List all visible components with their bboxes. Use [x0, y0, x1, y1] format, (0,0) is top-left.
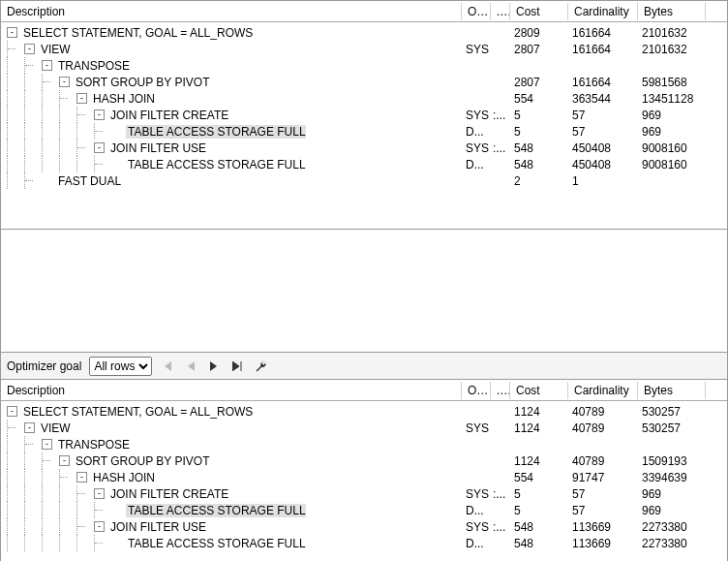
- column-header-row: Description O... ... Cost Cardinality By…: [1, 1, 727, 22]
- plan-row-label: JOIN FILTER USE: [108, 141, 206, 155]
- col-cardinality[interactable]: Cardinality: [568, 382, 638, 399]
- plan-row[interactable]: -VIEWSYS28071616642101632: [1, 41, 727, 57]
- tree-toggle[interactable]: -: [24, 44, 35, 54]
- plan-bytes: 5981568: [638, 76, 706, 89]
- col-cardinality[interactable]: Cardinality: [568, 3, 638, 20]
- plan-cardinality: 40789: [568, 421, 638, 435]
- col-description[interactable]: Description: [1, 382, 462, 399]
- gap-area: [0, 230, 728, 352]
- plan-cost: 548: [510, 520, 568, 534]
- plan-bytes: 2273380: [638, 520, 706, 534]
- plan-cardinality: 1: [568, 174, 638, 188]
- tree-toggle[interactable]: -: [94, 521, 105, 532]
- col-owner[interactable]: O...: [462, 382, 491, 399]
- plan-bytes: 969: [638, 504, 706, 517]
- plan-row[interactable]: -JOIN FILTER USESYS:...5481136692273380: [1, 518, 727, 535]
- plan-bytes: 2101632: [638, 43, 706, 56]
- plan-cardinality: 161664: [568, 26, 638, 40]
- plan-row[interactable]: -HASH JOIN554917473394639: [1, 469, 727, 485]
- plan-row-label: TABLE ACCESS STORAGE FULL: [126, 537, 306, 550]
- plan-row[interactable]: -JOIN FILTER CREATESYS:...557969: [1, 485, 727, 502]
- last-button[interactable]: [229, 358, 245, 374]
- plan-row-label: SELECT STATEMENT, GOAL = ALL_ROWS: [21, 26, 253, 40]
- plan-row[interactable]: TABLE ACCESS STORAGE FULLD...54845040890…: [1, 156, 727, 172]
- plan-row-label: JOIN FILTER USE: [108, 520, 206, 534]
- col-cost[interactable]: Cost: [510, 382, 568, 399]
- plan-row[interactable]: TABLE ACCESS STORAGE FULLD...557969: [1, 502, 727, 518]
- plan-owner: SYS: [462, 141, 491, 155]
- plan-bytes: 969: [638, 487, 706, 501]
- plan-row[interactable]: -HASH JOIN55436354413451128: [1, 90, 727, 107]
- plan-row[interactable]: -TRANSPOSE: [1, 57, 727, 74]
- plan-cardinality: 161664: [568, 43, 638, 56]
- optimizer-goal-select[interactable]: All rows: [89, 357, 152, 376]
- plan-row-label: VIEW: [39, 43, 71, 56]
- plan-row-label: TRANSPOSE: [56, 438, 130, 452]
- plan-cardinality: 40789: [568, 405, 638, 419]
- tree-toggle[interactable]: -: [59, 455, 70, 466]
- plan-cost: 548: [510, 537, 568, 550]
- tree-toggle[interactable]: -: [24, 422, 35, 433]
- first-button[interactable]: [160, 358, 175, 374]
- plan-row-label: JOIN FILTER CREATE: [108, 487, 228, 501]
- plan-bytes: 1509193: [638, 454, 706, 468]
- plan-bytes: 530257: [638, 421, 706, 435]
- plan-row[interactable]: -SELECT STATEMENT, GOAL = ALL_ROWS112440…: [1, 403, 727, 420]
- tree-toggle[interactable]: -: [94, 109, 105, 120]
- plan-cardinality: 161664: [568, 76, 638, 89]
- plan-cost: 5: [510, 487, 568, 501]
- plan-row[interactable]: FAST DUAL21: [1, 172, 727, 189]
- plan-owner: D...: [462, 504, 491, 517]
- plan-row-label: TABLE ACCESS STORAGE FULL: [126, 125, 306, 139]
- col-cost[interactable]: Cost: [510, 3, 568, 20]
- plan-row[interactable]: -SELECT STATEMENT, GOAL = ALL_ROWS280916…: [1, 24, 727, 41]
- tree-toggle[interactable]: -: [76, 472, 87, 483]
- tree-toggle[interactable]: -: [94, 142, 105, 153]
- prev-button[interactable]: [183, 358, 198, 374]
- plan-row[interactable]: -JOIN FILTER USESYS:...5484504089008160: [1, 140, 727, 156]
- plan-row[interactable]: TABLE ACCESS STORAGE FULLD...557969: [1, 123, 727, 140]
- wrench-icon[interactable]: [253, 358, 268, 374]
- plan-cost: 5: [510, 109, 568, 122]
- plan-row[interactable]: -SORT GROUP BY PIVOT28071616645981568: [1, 74, 727, 90]
- tree-toggle[interactable]: -: [7, 27, 17, 38]
- top-plan-pane: Description O... ... Cost Cardinality By…: [0, 0, 728, 230]
- col-owner[interactable]: O...: [462, 3, 491, 20]
- tree-toggle[interactable]: -: [42, 439, 52, 450]
- top-plan-tree[interactable]: -SELECT STATEMENT, GOAL = ALL_ROWS280916…: [1, 22, 727, 191]
- plan-bytes: 2273380: [638, 537, 706, 550]
- plan-row-label: TABLE ACCESS STORAGE FULL: [126, 504, 306, 517]
- plan-cardinality: 363544: [568, 92, 638, 106]
- plan-bytes: 9008160: [638, 158, 706, 171]
- plan-cost: 1124: [510, 421, 568, 435]
- col-bytes[interactable]: Bytes: [638, 382, 706, 399]
- tree-toggle[interactable]: -: [42, 60, 52, 71]
- plan-cost: 548: [510, 158, 568, 171]
- plan-cardinality: 57: [568, 504, 638, 517]
- col-bytes[interactable]: Bytes: [638, 3, 706, 20]
- plan-cost: 2807: [510, 43, 568, 56]
- plan-bytes: 969: [638, 109, 706, 122]
- plan-row[interactable]: -VIEWSYS112440789530257: [1, 420, 727, 436]
- tree-toggle[interactable]: -: [7, 406, 17, 417]
- col-description[interactable]: Description: [1, 3, 462, 20]
- plan-row-label: VIEW: [39, 421, 71, 435]
- plan-row[interactable]: -SORT GROUP BY PIVOT1124407891509193: [1, 452, 727, 469]
- col-extra[interactable]: ...: [491, 3, 510, 20]
- next-button[interactable]: [206, 358, 222, 374]
- tree-toggle[interactable]: -: [59, 77, 70, 87]
- plan-row[interactable]: -TRANSPOSE: [1, 436, 727, 452]
- plan-cost: 554: [510, 92, 568, 106]
- bottom-plan-pane: Description O... ... Cost Cardinality By…: [0, 379, 728, 561]
- col-extra[interactable]: ...: [491, 382, 510, 399]
- tree-toggle[interactable]: -: [94, 488, 105, 499]
- bottom-plan-tree[interactable]: -SELECT STATEMENT, GOAL = ALL_ROWS112440…: [1, 401, 727, 553]
- plan-row-label: SELECT STATEMENT, GOAL = ALL_ROWS: [21, 405, 253, 419]
- plan-row[interactable]: TABLE ACCESS STORAGE FULLD...54811366922…: [1, 535, 727, 551]
- plan-cost: 1124: [510, 405, 568, 419]
- tree-toggle[interactable]: -: [76, 93, 87, 104]
- plan-row[interactable]: -JOIN FILTER CREATESYS:...557969: [1, 107, 727, 123]
- plan-owner: SYS: [462, 109, 491, 122]
- plan-cost: 5: [510, 125, 568, 139]
- plan-owner: D...: [462, 158, 491, 171]
